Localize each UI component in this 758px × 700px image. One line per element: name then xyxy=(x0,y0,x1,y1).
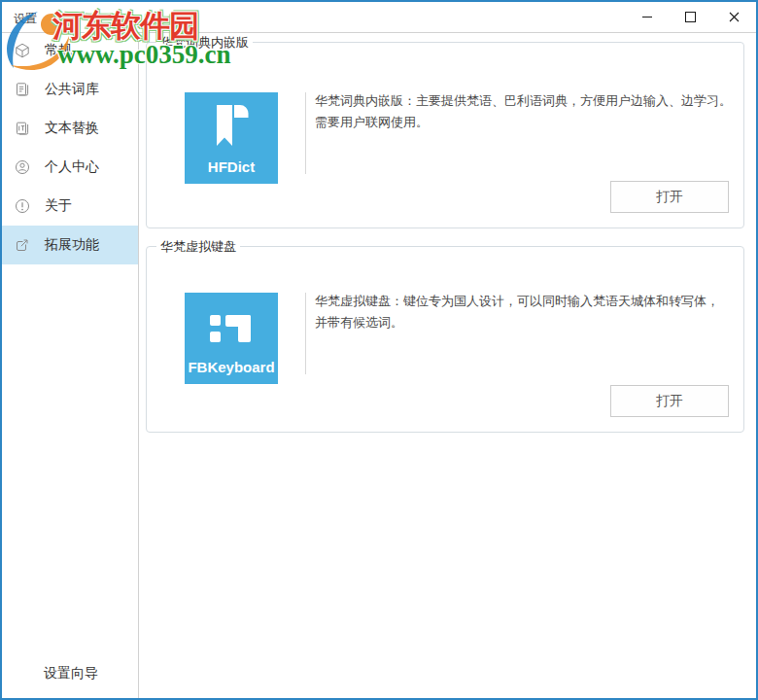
close-button[interactable] xyxy=(712,2,756,32)
fbkeyboard-group-label: 华梵虚拟键盘 xyxy=(156,238,240,256)
sidebar-item-label: 关于 xyxy=(45,197,72,215)
open-hfdict-button[interactable]: 打开 xyxy=(610,181,729,213)
title-bar: 设置 xyxy=(2,2,756,33)
open-fbkeyboard-button[interactable]: 打开 xyxy=(610,385,729,417)
fbkeyboard-description-line2: 并带有候选词。 xyxy=(315,312,742,333)
hfdict-separator xyxy=(305,92,306,174)
fbkeyboard-tile: FBKeyboard xyxy=(185,293,278,384)
window-title: 设置 xyxy=(14,11,37,27)
sidebar-item-setup-wizard[interactable]: 设置向导 xyxy=(2,662,138,685)
sidebar-item-extensions[interactable]: 拓展功能 xyxy=(2,226,138,264)
dictionary-icon xyxy=(15,82,30,97)
cube-icon xyxy=(15,43,30,58)
fbkeyboard-separator xyxy=(305,293,306,374)
sidebar-item-personal-center[interactable]: 个人中心 xyxy=(2,148,138,187)
keyboard-icon xyxy=(210,314,253,343)
sidebar-divider xyxy=(138,32,139,698)
sidebar-item-text-replace[interactable]: 文本替换 xyxy=(2,109,138,148)
fbkeyboard-description: 华梵虚拟键盘：键位专为国人设计，可以同时输入梵语天城体和转写体， 并带有候选词。 xyxy=(315,291,742,333)
external-link-icon xyxy=(15,237,30,253)
sidebar-item-public-lexicon[interactable]: 公共词库 xyxy=(2,70,138,109)
sidebar-item-about[interactable]: 关于 xyxy=(2,187,138,226)
minimize-button[interactable] xyxy=(625,2,669,32)
sidebar-item-label: 常规 xyxy=(45,42,72,59)
fbkeyboard-description-line1: 华梵虚拟键盘：键位专为国人设计，可以同时输入梵语天城体和转写体， xyxy=(315,291,742,312)
sidebar-item-label: 文本替换 xyxy=(45,120,99,137)
sidebar-item-label: 个人中心 xyxy=(45,158,99,176)
hfdict-tile-label: HFDict xyxy=(185,158,278,175)
settings-window: 设置 常规 公共词库 xyxy=(0,0,758,700)
hfdict-description: 华梵词典内嵌版：主要提供梵语、巴利语词典，方便用户边输入、边学习。 需要用户联网… xyxy=(315,90,742,133)
sidebar-item-general[interactable]: 常规 xyxy=(2,31,138,70)
hfdict-tile: HFDict xyxy=(185,92,278,184)
fbkeyboard-tile-label: FBKeyboard xyxy=(185,359,278,375)
user-icon xyxy=(15,159,30,175)
hfdict-group-label: 华梵词典内嵌版 xyxy=(156,34,253,52)
minimize-icon xyxy=(642,17,652,18)
bookmark-icon xyxy=(214,105,249,150)
window-controls xyxy=(625,2,756,32)
maximize-icon xyxy=(685,12,696,22)
about-icon xyxy=(15,198,30,214)
sidebar-item-label: 拓展功能 xyxy=(45,236,99,254)
hfdict-description-line2: 需要用户联网使用。 xyxy=(315,112,742,133)
sidebar-item-label: 设置向导 xyxy=(44,665,98,682)
text-replace-icon xyxy=(15,121,30,136)
close-icon xyxy=(729,12,740,22)
hfdict-description-line1: 华梵词典内嵌版：主要提供梵语、巴利语词典，方便用户边输入、边学习。 xyxy=(315,90,742,112)
sidebar-item-label: 公共词库 xyxy=(45,81,99,98)
maximize-button[interactable] xyxy=(669,2,712,32)
